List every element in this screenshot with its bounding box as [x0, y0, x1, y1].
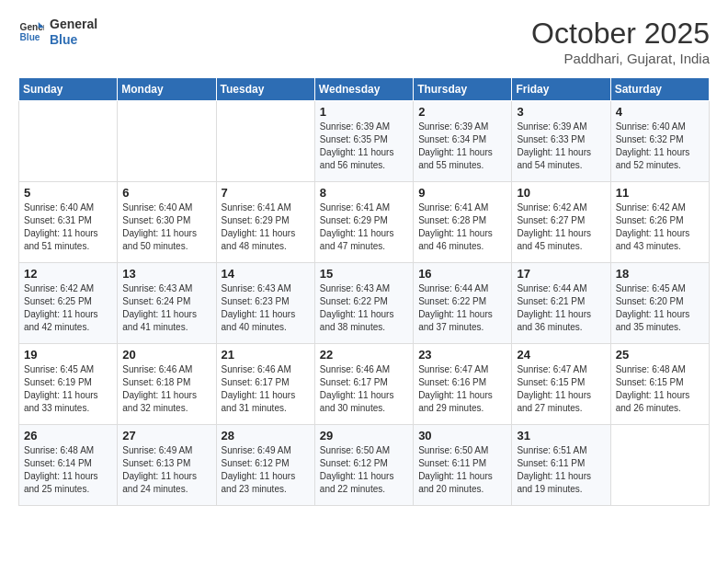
day-number: 15 — [320, 267, 408, 281]
calendar-cell: 8Sunrise: 6:41 AM Sunset: 6:29 PM Daylig… — [314, 182, 413, 263]
day-number: 10 — [517, 186, 605, 200]
cell-info: Sunrise: 6:41 AM Sunset: 6:29 PM Dayligh… — [320, 201, 408, 253]
cell-info: Sunrise: 6:51 AM Sunset: 6:11 PM Dayligh… — [517, 444, 605, 496]
cell-info: Sunrise: 6:40 AM Sunset: 6:31 PM Dayligh… — [24, 201, 112, 253]
calendar-cell: 30Sunrise: 6:50 AM Sunset: 6:11 PM Dayli… — [414, 425, 512, 506]
day-number: 4 — [616, 105, 704, 119]
cell-info: Sunrise: 6:43 AM Sunset: 6:24 PM Dayligh… — [122, 282, 210, 334]
cell-info: Sunrise: 6:47 AM Sunset: 6:15 PM Dayligh… — [517, 363, 605, 415]
calendar-cell: 29Sunrise: 6:50 AM Sunset: 6:12 PM Dayli… — [314, 425, 413, 506]
calendar-cell: 13Sunrise: 6:43 AM Sunset: 6:24 PM Dayli… — [118, 263, 216, 344]
cell-info: Sunrise: 6:50 AM Sunset: 6:12 PM Dayligh… — [320, 444, 408, 496]
calendar-cell: 4Sunrise: 6:40 AM Sunset: 6:32 PM Daylig… — [610, 101, 709, 182]
cell-info: Sunrise: 6:44 AM Sunset: 6:21 PM Dayligh… — [517, 282, 605, 334]
cell-info: Sunrise: 6:41 AM Sunset: 6:29 PM Dayligh… — [222, 201, 310, 253]
calendar-cell: 16Sunrise: 6:44 AM Sunset: 6:22 PM Dayli… — [414, 263, 512, 344]
day-number: 5 — [24, 186, 112, 200]
day-number: 26 — [24, 429, 112, 442]
day-number: 13 — [122, 267, 210, 281]
day-number: 28 — [222, 429, 310, 442]
weekday-header: Wednesday — [314, 78, 413, 101]
calendar-cell: 14Sunrise: 6:43 AM Sunset: 6:23 PM Dayli… — [216, 263, 314, 344]
calendar-cell: 5Sunrise: 6:40 AM Sunset: 6:31 PM Daylig… — [19, 182, 118, 263]
weekday-header: Thursday — [414, 78, 512, 101]
cell-info: Sunrise: 6:46 AM Sunset: 6:18 PM Dayligh… — [122, 363, 210, 415]
calendar-cell: 3Sunrise: 6:39 AM Sunset: 6:33 PM Daylig… — [512, 101, 610, 182]
calendar-table: SundayMondayTuesdayWednesdayThursdayFrid… — [18, 77, 710, 506]
cell-info: Sunrise: 6:50 AM Sunset: 6:11 PM Dayligh… — [418, 444, 506, 496]
day-number: 11 — [616, 186, 704, 200]
calendar-cell: 1Sunrise: 6:39 AM Sunset: 6:35 PM Daylig… — [314, 101, 413, 182]
title-block: October 2025 Paddhari, Gujarat, India — [531, 17, 710, 66]
cell-info: Sunrise: 6:47 AM Sunset: 6:16 PM Dayligh… — [418, 363, 506, 415]
cell-info: Sunrise: 6:42 AM Sunset: 6:27 PM Dayligh… — [517, 201, 605, 253]
logo: General Blue General Blue — [18, 17, 97, 48]
weekday-header: Saturday — [610, 78, 709, 101]
cell-info: Sunrise: 6:40 AM Sunset: 6:32 PM Dayligh… — [616, 121, 704, 172]
logo-blue: Blue — [50, 32, 97, 48]
weekday-header: Friday — [512, 78, 610, 101]
calendar-cell: 6Sunrise: 6:40 AM Sunset: 6:30 PM Daylig… — [118, 182, 216, 263]
day-number: 22 — [320, 348, 408, 362]
calendar-cell: 22Sunrise: 6:46 AM Sunset: 6:17 PM Dayli… — [314, 344, 413, 425]
cell-info: Sunrise: 6:45 AM Sunset: 6:19 PM Dayligh… — [24, 363, 112, 415]
day-number: 14 — [222, 267, 310, 281]
day-number: 17 — [517, 267, 605, 281]
day-number: 3 — [517, 105, 605, 119]
calendar-cell: 2Sunrise: 6:39 AM Sunset: 6:34 PM Daylig… — [414, 101, 512, 182]
calendar-cell — [610, 425, 709, 506]
weekday-header: Sunday — [19, 78, 118, 101]
cell-info: Sunrise: 6:41 AM Sunset: 6:28 PM Dayligh… — [418, 201, 506, 253]
calendar-cell: 27Sunrise: 6:49 AM Sunset: 6:13 PM Dayli… — [118, 425, 216, 506]
cell-info: Sunrise: 6:46 AM Sunset: 6:17 PM Dayligh… — [320, 363, 408, 415]
calendar-cell: 15Sunrise: 6:43 AM Sunset: 6:22 PM Dayli… — [314, 263, 413, 344]
calendar-header: SundayMondayTuesdayWednesdayThursdayFrid… — [19, 78, 710, 101]
day-number: 12 — [24, 267, 112, 281]
calendar-cell: 21Sunrise: 6:46 AM Sunset: 6:17 PM Dayli… — [216, 344, 314, 425]
weekday-header: Tuesday — [216, 78, 314, 101]
calendar-cell: 26Sunrise: 6:48 AM Sunset: 6:14 PM Dayli… — [19, 425, 118, 506]
cell-info: Sunrise: 6:39 AM Sunset: 6:34 PM Dayligh… — [418, 121, 506, 172]
day-number: 19 — [24, 348, 112, 362]
page: General Blue General Blue October 2025 P… — [0, 0, 728, 523]
cell-info: Sunrise: 6:45 AM Sunset: 6:20 PM Dayligh… — [616, 282, 704, 334]
day-number: 25 — [616, 348, 704, 362]
calendar-body: 1Sunrise: 6:39 AM Sunset: 6:35 PM Daylig… — [19, 101, 710, 506]
cell-info: Sunrise: 6:39 AM Sunset: 6:35 PM Dayligh… — [320, 121, 408, 172]
cell-info: Sunrise: 6:42 AM Sunset: 6:25 PM Dayligh… — [24, 282, 112, 334]
calendar-cell — [19, 101, 118, 182]
day-number: 1 — [320, 105, 408, 119]
day-number: 7 — [222, 186, 310, 200]
logo-icon: General Blue — [18, 19, 44, 45]
day-number: 24 — [517, 348, 605, 362]
day-number: 9 — [418, 186, 506, 200]
calendar-cell: 7Sunrise: 6:41 AM Sunset: 6:29 PM Daylig… — [216, 182, 314, 263]
day-number: 2 — [418, 105, 506, 119]
day-number: 23 — [418, 348, 506, 362]
day-number: 6 — [122, 186, 210, 200]
cell-info: Sunrise: 6:39 AM Sunset: 6:33 PM Dayligh… — [517, 121, 605, 172]
cell-info: Sunrise: 6:43 AM Sunset: 6:22 PM Dayligh… — [320, 282, 408, 334]
cell-info: Sunrise: 6:49 AM Sunset: 6:12 PM Dayligh… — [222, 444, 310, 496]
cell-info: Sunrise: 6:48 AM Sunset: 6:14 PM Dayligh… — [24, 444, 112, 496]
location: Paddhari, Gujarat, India — [531, 51, 710, 66]
calendar-cell: 11Sunrise: 6:42 AM Sunset: 6:26 PM Dayli… — [610, 182, 709, 263]
cell-info: Sunrise: 6:42 AM Sunset: 6:26 PM Dayligh… — [616, 201, 704, 253]
day-number: 8 — [320, 186, 408, 200]
calendar-cell: 17Sunrise: 6:44 AM Sunset: 6:21 PM Dayli… — [512, 263, 610, 344]
calendar-cell: 24Sunrise: 6:47 AM Sunset: 6:15 PM Dayli… — [512, 344, 610, 425]
calendar-cell: 10Sunrise: 6:42 AM Sunset: 6:27 PM Dayli… — [512, 182, 610, 263]
day-number: 27 — [122, 429, 210, 442]
month-title: October 2025 — [531, 17, 710, 51]
day-number: 31 — [517, 429, 605, 442]
weekday-header: Monday — [118, 78, 216, 101]
svg-text:Blue: Blue — [20, 32, 40, 42]
calendar-cell — [216, 101, 314, 182]
cell-info: Sunrise: 6:46 AM Sunset: 6:17 PM Dayligh… — [222, 363, 310, 415]
day-number: 21 — [222, 348, 310, 362]
calendar-cell: 20Sunrise: 6:46 AM Sunset: 6:18 PM Dayli… — [118, 344, 216, 425]
cell-info: Sunrise: 6:43 AM Sunset: 6:23 PM Dayligh… — [222, 282, 310, 334]
calendar-cell: 9Sunrise: 6:41 AM Sunset: 6:28 PM Daylig… — [414, 182, 512, 263]
calendar-cell: 12Sunrise: 6:42 AM Sunset: 6:25 PM Dayli… — [19, 263, 118, 344]
calendar-cell: 25Sunrise: 6:48 AM Sunset: 6:15 PM Dayli… — [610, 344, 709, 425]
